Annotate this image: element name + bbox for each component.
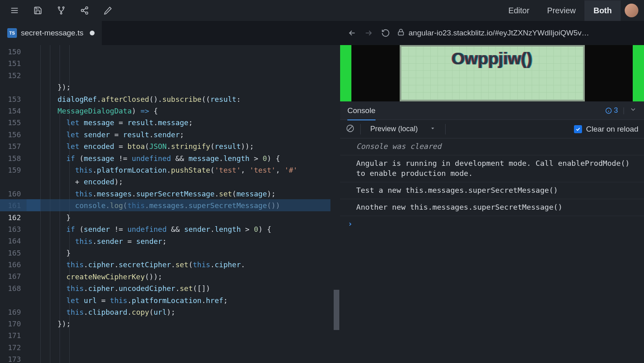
save-icon[interactable]: [31, 3, 45, 18]
url-bar[interactable]: angular-io23.stackblitz.io/#eyJtZXNzYWdl…: [396, 28, 638, 39]
svg-point-3: [58, 7, 60, 8]
mode-both[interactable]: Both: [584, 0, 621, 21]
code-line[interactable]: MessageDialogData) => {: [31, 105, 340, 117]
console-count-value: 3: [614, 106, 618, 115]
mode-preview[interactable]: Preview: [538, 0, 584, 21]
selected-line-highlight: [27, 199, 330, 211]
preview-cipher-text: Owppjiw(): [452, 49, 533, 68]
lock-icon: [396, 28, 405, 39]
code-line[interactable]: }: [31, 212, 340, 223]
fork-icon[interactable]: [54, 3, 68, 18]
console-message: Angular is running in development mode. …: [340, 155, 644, 182]
code-line[interactable]: });: [31, 318, 340, 330]
code-line[interactable]: dialogRef.afterClosed().subscribe((resul…: [31, 93, 340, 105]
svg-point-7: [81, 9, 84, 12]
code-line[interactable]: if (message != undefined && message.leng…: [31, 153, 340, 164]
url-text: angular-io23.stackblitz.io/#eyJtZXNzYWdl…: [409, 29, 589, 37]
code-line[interactable]: createNewCipherKey());: [31, 271, 340, 283]
ts-badge-icon: TS: [7, 28, 17, 38]
code-line[interactable]: this.cipher.secretCipher.set(this.cipher…: [31, 259, 340, 270]
share-icon[interactable]: [77, 3, 92, 18]
svg-marker-24: [431, 128, 434, 129]
svg-point-5: [60, 13, 62, 14]
code-line[interactable]: this.cipher.uncodedCipher.set([]): [31, 283, 340, 294]
code-line[interactable]: if (sender != undefined && sender.length…: [31, 223, 340, 235]
svg-line-23: [348, 126, 353, 130]
preview-bg-left: [340, 45, 351, 101]
top-toolbar: Editor Preview Both: [0, 0, 644, 21]
scroll-thumb[interactable]: [334, 290, 339, 330]
nav-back-icon[interactable]: [346, 29, 358, 37]
svg-line-9: [83, 8, 86, 10]
code-line[interactable]: let url = this.platformLocation.href;: [31, 295, 340, 306]
console-source-label: Preview (local): [370, 125, 418, 133]
console-toolbar: Preview (local) Clear on reload: [340, 120, 644, 138]
mode-editor[interactable]: Editor: [500, 0, 538, 21]
reload-icon[interactable]: [380, 29, 392, 37]
browser-bar: angular-io23.stackblitz.io/#eyJtZXNzYWdl…: [340, 21, 644, 45]
file-tab[interactable]: TS secret-message.ts: [0, 21, 102, 45]
console-clear-icon[interactable]: [346, 124, 355, 134]
console-message: Another new this.messages.superSecretMes…: [340, 199, 644, 216]
console-message: Test a new this.messages.superSecretMess…: [340, 182, 644, 199]
preview-bg-right: [633, 45, 644, 101]
edit-icon[interactable]: [101, 3, 115, 18]
code-area[interactable]: }); dialogRef.afterClosed().subscribe((r…: [27, 45, 340, 363]
code-line[interactable]: }: [31, 247, 340, 259]
avatar[interactable]: [625, 4, 638, 17]
editor-scrollbar[interactable]: [333, 45, 340, 363]
console-source-select[interactable]: Preview (local): [366, 123, 440, 135]
modified-indicator-icon: [90, 31, 95, 35]
console-body[interactable]: Console was clearedAngular is running in…: [340, 138, 644, 363]
preview-pane: angular-io23.stackblitz.io/#eyJtZXNzYWdl…: [340, 45, 644, 363]
console-prompt[interactable]: [340, 216, 644, 233]
console-collapse-icon[interactable]: [630, 106, 637, 115]
code-line[interactable]: this.clipboard.copy(url);: [31, 306, 340, 318]
file-tab-name: secret-message.ts: [21, 29, 83, 37]
svg-rect-18: [398, 32, 404, 35]
svg-point-6: [86, 7, 88, 9]
console-count-badge[interactable]: 3: [605, 106, 618, 115]
code-line[interactable]: let message = result.message;: [31, 117, 340, 128]
clear-on-reload-checkbox[interactable]: [574, 125, 582, 133]
preview-card: Owppjiw(): [400, 45, 585, 101]
menu-icon[interactable]: [7, 3, 22, 18]
console-tab[interactable]: Console: [347, 106, 376, 115]
editor-pane[interactable]: 1501511521531541551561571581591601611621…: [0, 45, 340, 363]
svg-line-10: [83, 11, 86, 12]
console-message: Console was cleared: [340, 138, 644, 155]
code-line[interactable]: let encoded = btoa(JSON.stringify(result…: [31, 140, 340, 152]
code-line[interactable]: this.messages.superSecretMessage.set(mes…: [31, 188, 340, 200]
svg-point-4: [63, 7, 64, 8]
code-line[interactable]: + encoded);: [31, 176, 340, 188]
console-header: Console 3 |: [340, 101, 644, 120]
chevron-down-icon: [430, 125, 436, 133]
code-line[interactable]: let sender = result.sender;: [31, 129, 340, 140]
code-line[interactable]: this.platformLocation.pushState('test', …: [31, 164, 340, 176]
clear-on-reload-label: Clear on reload: [586, 125, 638, 134]
svg-point-8: [86, 12, 88, 14]
preview-frame: Owppjiw(): [340, 45, 644, 101]
code-line[interactable]: });: [31, 81, 340, 93]
code-line[interactable]: this.sender = sender;: [31, 235, 340, 247]
nav-forward-icon[interactable]: [363, 29, 375, 37]
